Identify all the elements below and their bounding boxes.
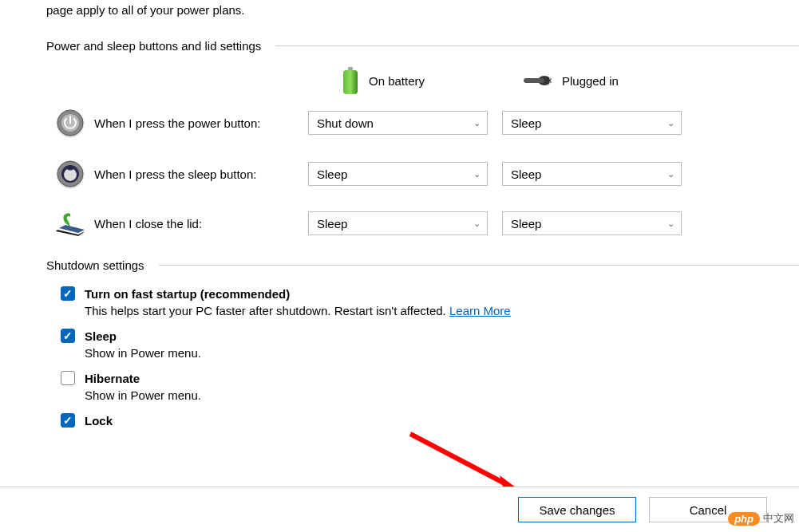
power-button-battery-select[interactable]: Shut down ⌄ <box>308 111 488 135</box>
battery-icon <box>342 67 359 94</box>
close-lid-battery-value: Sleep <box>317 217 347 231</box>
shutdown-item-hibernate: Hibernate Show in Power menu. <box>61 371 799 402</box>
power-button-label: When I press the power button: <box>94 116 308 130</box>
sleep-desc: Show in Power menu. <box>85 346 799 360</box>
power-button-plugged-value: Sleep <box>511 116 541 130</box>
chevron-down-icon: ⌄ <box>473 219 481 229</box>
sleep-button-plugged-value: Sleep <box>511 167 541 181</box>
divider <box>159 265 799 266</box>
column-headers: On battery Plugged in <box>46 67 799 94</box>
setting-row-sleep-button: When I press the sleep button: Sleep ⌄ S… <box>46 160 799 188</box>
svg-rect-5 <box>549 81 552 83</box>
sleep-title: Sleep <box>85 329 117 343</box>
close-lid-battery-select[interactable]: Sleep ⌄ <box>308 211 488 235</box>
svg-rect-1 <box>343 70 358 94</box>
hibernate-checkbox[interactable] <box>61 371 75 385</box>
fast-startup-desc: This helps start your PC faster after sh… <box>85 304 799 317</box>
hibernate-title: Hibernate <box>85 372 140 385</box>
section-buttons-lid-title: Power and sleep buttons and lid settings <box>46 39 261 53</box>
fast-startup-checkbox[interactable]: ✓ <box>61 286 75 301</box>
sleep-button-label: When I press the sleep button: <box>94 167 308 181</box>
setting-row-close-lid: When I close the lid: Sleep ⌄ Sleep ⌄ <box>46 211 799 236</box>
section-shutdown-header: Shutdown settings <box>46 258 799 272</box>
plug-icon <box>522 72 552 89</box>
svg-line-11 <box>410 434 508 485</box>
column-header-plugged-label: Plugged in <box>562 74 619 88</box>
fast-startup-title: Turn on fast startup (recommended) <box>85 287 290 301</box>
svg-rect-3 <box>524 78 544 83</box>
setting-row-power-button: When I press the power button: Shut down… <box>46 108 799 137</box>
watermark-text: 中文网 <box>763 511 794 526</box>
laptop-lid-icon <box>54 211 86 236</box>
chevron-down-icon: ⌄ <box>473 118 481 128</box>
section-shutdown-title: Shutdown settings <box>46 258 144 272</box>
php-badge-icon: php <box>728 512 760 526</box>
close-lid-plugged-select[interactable]: Sleep ⌄ <box>502 211 682 235</box>
footer-bar: Save changes Cancel <box>0 487 799 532</box>
close-lid-plugged-value: Sleep <box>511 217 541 231</box>
sleep-button-plugged-select[interactable]: Sleep ⌄ <box>502 162 682 186</box>
chevron-down-icon: ⌄ <box>667 118 674 128</box>
lock-title: Lock <box>85 414 113 428</box>
svg-rect-4 <box>549 78 552 80</box>
shutdown-item-fast-startup: ✓ Turn on fast startup (recommended) Thi… <box>61 286 799 317</box>
svg-rect-0 <box>348 67 353 70</box>
section-buttons-lid-header: Power and sleep buttons and lid settings <box>46 39 799 53</box>
shutdown-item-lock: ✓ Lock <box>61 413 799 428</box>
shutdown-item-sleep: ✓ Sleep Show in Power menu. <box>61 329 799 360</box>
lock-checkbox[interactable]: ✓ <box>61 413 75 428</box>
hibernate-desc: Show in Power menu. <box>85 388 799 402</box>
sleep-button-battery-select[interactable]: Sleep ⌄ <box>308 162 488 186</box>
close-lid-label: When I close the lid: <box>94 217 308 231</box>
power-button-battery-value: Shut down <box>317 116 374 130</box>
column-header-battery-label: On battery <box>369 74 425 88</box>
column-header-battery: On battery <box>326 67 519 94</box>
save-button[interactable]: Save changes <box>518 497 636 522</box>
divider <box>275 45 799 46</box>
learn-more-link[interactable]: Learn More <box>449 304 511 317</box>
sleep-checkbox[interactable]: ✓ <box>61 329 75 343</box>
chevron-down-icon: ⌄ <box>667 219 674 229</box>
chevron-down-icon: ⌄ <box>473 169 481 179</box>
power-button-icon <box>56 108 85 137</box>
chevron-down-icon: ⌄ <box>667 169 674 179</box>
sleep-button-battery-value: Sleep <box>317 167 347 181</box>
intro-text: page apply to all of your power plans. <box>46 3 799 17</box>
watermark: php 中文网 <box>728 511 794 526</box>
column-header-plugged: Plugged in <box>519 72 712 89</box>
sleep-button-icon <box>56 160 85 188</box>
power-button-plugged-select[interactable]: Sleep ⌄ <box>502 111 682 135</box>
